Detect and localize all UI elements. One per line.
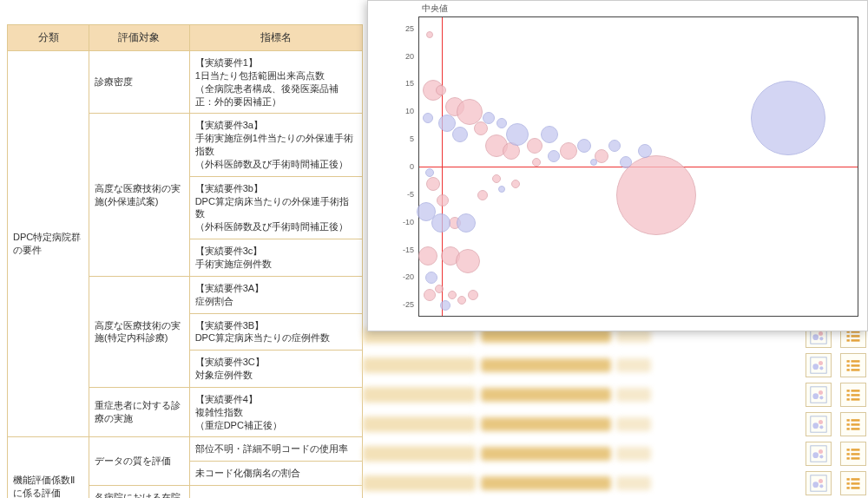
indicator-cell: 未コード化傷病名の割合: [189, 462, 362, 486]
list-view-button[interactable]: [840, 442, 866, 466]
y-tick: -20: [390, 272, 414, 281]
target-cell: 診療密度: [89, 51, 190, 114]
svg-point-53: [819, 484, 823, 488]
svg-rect-10: [811, 357, 826, 373]
target-cell: 各病院における在院日数短縮の努力を評価: [89, 486, 190, 498]
bubble-point: [492, 174, 501, 183]
indicator-cell: 効率性指数: [189, 486, 362, 498]
svg-rect-54: [847, 478, 850, 481]
list-view-button[interactable]: [840, 383, 866, 407]
bubble-point: [498, 186, 505, 193]
bubble-point: [608, 140, 621, 152]
svg-rect-59: [852, 487, 860, 489]
svg-point-41: [812, 452, 819, 458]
svg-rect-50: [811, 475, 826, 491]
list-view-button[interactable]: [840, 471, 866, 495]
indicator-cell: 【実績要件4】複雑性指数（重症DPC補正後）: [189, 387, 362, 437]
svg-rect-20: [811, 387, 826, 403]
y-tick: 25: [390, 24, 414, 33]
y-tick: -10: [390, 218, 414, 226]
bubble-point: [527, 138, 542, 154]
table-row: 機能評価係数Ⅱに係る評価データの質を評価部位不明・詳細不明コードの使用率: [8, 437, 363, 462]
svg-rect-46: [847, 453, 850, 455]
bubble-point: [483, 112, 495, 124]
svg-point-12: [819, 361, 823, 365]
target-cell: 重症患者に対する診療の実施: [89, 387, 190, 437]
bubble-chart-button[interactable]: [806, 353, 832, 377]
svg-rect-24: [847, 390, 850, 392]
bubble-point: [457, 213, 476, 233]
svg-rect-40: [811, 446, 826, 462]
svg-rect-34: [847, 419, 850, 422]
svg-point-11: [812, 364, 819, 370]
target-cell: データの質を評価: [89, 437, 190, 486]
list-view-button[interactable]: [840, 412, 866, 436]
svg-rect-14: [847, 360, 850, 363]
svg-rect-49: [852, 457, 860, 460]
svg-point-22: [819, 390, 823, 395]
svg-point-43: [819, 455, 823, 458]
bubble-point: [425, 168, 434, 177]
y-tick: 5: [390, 134, 414, 143]
bubble-point: [560, 142, 577, 160]
svg-rect-58: [847, 487, 850, 489]
svg-rect-19: [852, 369, 860, 371]
bubble-chart-button[interactable]: [806, 412, 832, 436]
y-tick: 10: [390, 107, 414, 115]
indicator-cell: 【実績要件3b】DPC算定病床当たりの外保連手術指数（外科医師数及び手術時間補正…: [189, 176, 362, 239]
bubble-point: [506, 123, 529, 146]
bubble-point: [436, 85, 446, 95]
svg-rect-35: [852, 419, 860, 422]
svg-rect-44: [847, 449, 850, 451]
bubble-point: [423, 113, 433, 123]
bubble-point: [590, 159, 597, 166]
target-cell: 高度な医療技術の実施(特定内科診療): [89, 276, 190, 387]
svg-rect-47: [852, 453, 860, 455]
target-cell: 高度な医療技術の実施(外保連試案): [89, 114, 190, 276]
svg-rect-28: [847, 398, 850, 401]
bubble-point: [541, 126, 558, 143]
median-line-vertical: [442, 17, 443, 316]
list-view-button[interactable]: [840, 353, 866, 377]
bubble-point: [638, 144, 652, 158]
category-cell: 機能評価係数Ⅱに係る評価: [8, 437, 89, 498]
bubble-point: [620, 156, 632, 168]
col-category: 分類: [8, 25, 89, 51]
bubble-chart-button[interactable]: [806, 442, 832, 466]
y-tick: 15: [390, 79, 414, 88]
col-indicator: 指標名: [189, 25, 362, 51]
y-tick: 20: [390, 52, 414, 61]
indicator-cell: 【実績要件3A】症例割合: [189, 276, 362, 313]
svg-point-51: [812, 482, 819, 488]
bubble-point: [496, 118, 507, 128]
col-target: 評価対象: [89, 25, 190, 51]
svg-rect-39: [852, 428, 860, 430]
svg-rect-48: [847, 457, 850, 460]
bubble-chart-button[interactable]: [806, 471, 832, 495]
indicator-cell: 【実績要件3B】DPC算定病床当たりの症例件数: [189, 313, 362, 351]
svg-rect-9: [852, 339, 860, 342]
bubble-point: [474, 121, 488, 135]
svg-rect-18: [847, 369, 850, 371]
bubble-point: [477, 190, 488, 200]
y-tick: -25: [390, 300, 414, 309]
table-row: DPC特定病院群の要件診療密度【実績要件1】1日当たり包括範囲出来高点数（全病院…: [8, 51, 363, 114]
svg-point-21: [812, 393, 819, 399]
bubble-chart-button[interactable]: [806, 383, 832, 407]
svg-point-3: [819, 337, 823, 340]
bubble-point: [424, 289, 436, 301]
bubble-point: [511, 180, 520, 188]
svg-rect-55: [852, 478, 860, 481]
indicator-cell: 部位不明・詳細不明コードの使用率: [189, 437, 362, 462]
bubble-point: [532, 158, 541, 167]
indicator-cell: 【実績要件3a】手術実施症例1件当たりの外保連手術指数（外科医師数及び手術時間補…: [189, 114, 362, 176]
svg-rect-8: [847, 339, 850, 342]
svg-rect-29: [852, 398, 860, 401]
bubble-point: [426, 31, 433, 38]
svg-point-42: [819, 449, 823, 454]
indicators-table: 分類 評価対象 指標名 DPC特定病院群の要件診療密度【実績要件1】1日当たり包…: [7, 24, 363, 498]
plot-area: -25-20-15-10-50510152025: [418, 16, 858, 317]
indicator-cell: 【実績要件1】1日当たり包括範囲出来高点数（全病院患者構成、後発医薬品補正：外的…: [189, 51, 362, 114]
bubble-point: [418, 246, 437, 265]
svg-rect-15: [852, 360, 860, 363]
